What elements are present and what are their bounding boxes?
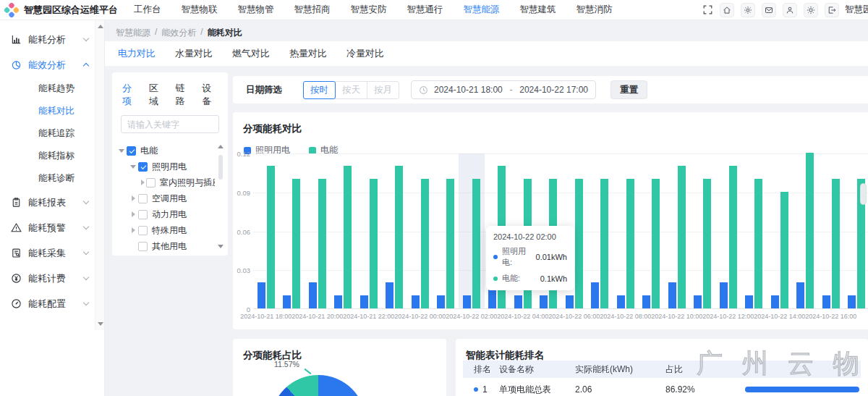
sidebar-item[interactable]: 能效分析 — [0, 52, 104, 77]
tab-item[interactable]: 冷量对比 — [346, 47, 384, 60]
sidebar-subitem[interactable]: 能耗指标 — [0, 145, 104, 167]
home-icon[interactable] — [720, 3, 734, 17]
sidebar-item[interactable]: 能耗报表 — [0, 190, 104, 215]
date-end[interactable]: 2024-10-22 17:00 — [519, 85, 588, 95]
date-mode-button[interactable]: 按月 — [367, 81, 399, 99]
date-mode-button[interactable]: 按天 — [335, 81, 367, 99]
dimension-tab[interactable]: 链路 — [176, 82, 193, 108]
dimension-tab[interactable]: 分项 — [122, 82, 140, 108]
sidebar-subitem[interactable]: 能耗趋势 — [0, 77, 104, 100]
nav-item[interactable]: 智慧物管 — [238, 4, 274, 16]
nav-item[interactable]: 智慧消防 — [576, 4, 613, 16]
dimension-tab[interactable]: 区域 — [149, 82, 166, 108]
expand-closed-icon[interactable] — [129, 211, 137, 217]
bar-group[interactable] — [433, 179, 459, 308]
tree-checkbox[interactable] — [127, 146, 136, 156]
tab-item[interactable]: 热量对比 — [289, 47, 327, 60]
bar-group[interactable] — [356, 179, 382, 308]
tab-item[interactable]: 水量对比 — [175, 47, 213, 60]
scroll-up-icon[interactable] — [218, 145, 224, 148]
page-scrollbar-thumb[interactable] — [860, 183, 867, 205]
x-axis-label: 2024-10-22 00:00 — [394, 313, 446, 320]
tree-checkbox[interactable] — [138, 194, 148, 203]
sidebar-subitem[interactable]: 能耗追踪 — [0, 122, 104, 145]
date-start[interactable]: 2024-10-21 18:00 — [434, 85, 503, 95]
scroll-thumb[interactable] — [218, 155, 223, 180]
exit-icon[interactable] — [825, 3, 839, 17]
bar-group[interactable] — [587, 179, 613, 308]
bar-group[interactable] — [305, 179, 331, 308]
sidebar-item[interactable]: 能耗计费 — [0, 266, 104, 291]
sidebar-item[interactable]: 能耗配置 — [0, 291, 104, 316]
bar-group[interactable] — [639, 179, 665, 308]
bar-group[interactable] — [741, 179, 767, 308]
mail-icon[interactable] — [762, 3, 776, 17]
sidebar-item-label: 能耗预警 — [28, 222, 66, 235]
pie-chart[interactable] — [271, 375, 366, 396]
sidebar-subitem[interactable]: 能耗诊断 — [0, 167, 104, 190]
bar-group[interactable] — [664, 166, 690, 308]
nav-item[interactable]: 智慧招商 — [294, 4, 331, 16]
nav-item[interactable]: 智慧能源 — [464, 4, 500, 16]
reset-button[interactable]: 重置 — [610, 80, 647, 99]
tree-node[interactable]: 特殊用电 — [115, 222, 215, 238]
bar-group[interactable] — [459, 179, 485, 308]
nav-item[interactable]: 智慧物联 — [182, 4, 218, 16]
gear-icon[interactable] — [741, 3, 755, 17]
expand-open-icon[interactable] — [118, 149, 125, 153]
bar-group[interactable] — [818, 179, 844, 308]
sun-icon[interactable] — [804, 3, 818, 17]
expand-closed-icon[interactable] — [129, 227, 137, 233]
tree-checkbox[interactable] — [138, 226, 148, 235]
expand-open-icon[interactable] — [129, 165, 137, 169]
tree-node[interactable]: 其他用电 — [115, 238, 215, 251]
breadcrumb-item[interactable]: 智慧能源 — [116, 27, 150, 39]
breadcrumb-separator: / — [155, 27, 157, 39]
nav-item[interactable]: 智慧安防 — [351, 4, 387, 16]
bar-group[interactable] — [793, 153, 819, 308]
bar-group[interactable] — [279, 179, 305, 308]
user-icon[interactable] — [783, 3, 797, 17]
tree-node[interactable]: 动力用电 — [115, 206, 215, 222]
bar-group[interactable] — [382, 166, 408, 308]
expand-closed-icon[interactable] — [141, 180, 145, 185]
scroll-up-icon[interactable] — [98, 25, 103, 28]
bar-group[interactable] — [253, 166, 279, 308]
breadcrumb-item[interactable]: 能效分析 — [161, 27, 196, 39]
bar-group[interactable] — [613, 179, 639, 308]
nav-item[interactable]: 智慧通行 — [407, 4, 443, 16]
bar-group[interactable] — [767, 192, 793, 308]
bar-group[interactable] — [331, 166, 357, 308]
bar-group[interactable] — [715, 166, 741, 308]
tree-node[interactable]: 照明用电 — [115, 159, 215, 174]
table-row[interactable]: 1单项电能总表2.0686.92% — [463, 381, 861, 396]
nav-item[interactable]: 智慧建筑 — [520, 4, 556, 16]
sidebar-item[interactable]: 能耗采集 — [0, 240, 104, 266]
sidebar-item[interactable]: 能耗预警 — [0, 215, 104, 240]
tree-scrollbar[interactable] — [218, 145, 224, 248]
tree-search-input[interactable] — [121, 115, 219, 133]
scroll-down-icon[interactable] — [218, 245, 224, 248]
tree-checkbox[interactable] — [138, 210, 148, 219]
date-mode-button[interactable]: 按时 — [303, 81, 336, 99]
scroll-down-icon[interactable] — [98, 322, 103, 326]
sidebar-subitem[interactable]: 能耗对比 — [0, 100, 104, 122]
bar-group[interactable] — [690, 179, 716, 308]
date-range-picker[interactable]: 2024-10-21 18:00 - 2024-10-22 17:00 — [411, 80, 596, 99]
tree-node[interactable]: 空调用电 — [115, 190, 215, 206]
bar-group[interactable] — [407, 179, 433, 308]
tree-checkbox[interactable] — [138, 162, 148, 172]
fullscreen-icon[interactable] — [702, 4, 713, 16]
expand-closed-icon[interactable] — [129, 195, 137, 201]
dimension-tab[interactable]: 设备 — [202, 82, 219, 108]
tree-node[interactable]: 电能 — [115, 143, 215, 159]
sidebar-scrollbar[interactable] — [95, 20, 104, 330]
tab-active[interactable]: 电力对比 — [118, 47, 156, 60]
tab-item[interactable]: 燃气对比 — [232, 47, 270, 60]
tree-node[interactable]: 室内照明与插座 — [115, 174, 215, 190]
nav-item[interactable]: 工作台 — [134, 4, 161, 16]
tree-checkbox[interactable] — [138, 242, 148, 251]
sidebar-item[interactable]: 能耗分析 — [0, 27, 104, 52]
tree-checkbox[interactable] — [146, 178, 156, 188]
user-label[interactable]: 智慧园区 — [845, 4, 868, 16]
